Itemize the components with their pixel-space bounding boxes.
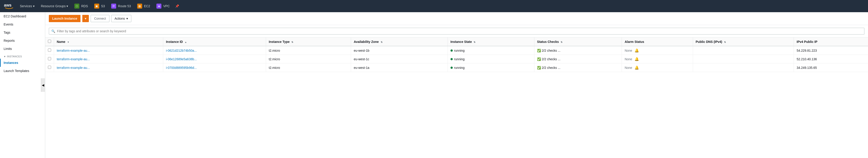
row-checkbox-0[interactable] xyxy=(48,48,51,52)
cell-dns-1 xyxy=(693,55,794,64)
col-header-instance-state[interactable]: Instance State ⇅ xyxy=(447,37,534,46)
sort-icon-instance-type: ⇅ xyxy=(291,41,293,43)
svg-text:aws: aws xyxy=(4,3,11,7)
s3-icon: ▣ xyxy=(94,4,99,9)
sort-icon-az: ⇅ xyxy=(381,41,382,43)
cell-name-1: terraform-example-au... xyxy=(54,55,163,64)
cell-instance-type-2: t2.micro xyxy=(266,64,351,72)
instances-table: Name ▼ Instance ID ▲ Instance Type ⇅ Ava… xyxy=(45,37,868,72)
rds-icon: ⬡ xyxy=(74,4,79,9)
table-row: terraform-example-au... i-0621d212b74b50… xyxy=(45,46,868,55)
col-header-name[interactable]: Name ▼ xyxy=(54,37,163,46)
cell-name-0: terraform-example-au... xyxy=(54,46,163,55)
cell-instance-id-1: i-06e12689e5a638b... xyxy=(163,55,266,64)
table-header-row: Name ▼ Instance ID ▲ Instance Type ⇅ Ava… xyxy=(45,37,868,46)
nav-ec2[interactable]: ▦ EC2 xyxy=(134,2,153,10)
select-all-header[interactable] xyxy=(45,37,54,46)
sort-icon-state: ⇅ xyxy=(473,41,475,43)
cell-instance-id-0: i-0621d212b74b50a... xyxy=(163,46,266,55)
sort-icon-name: ▼ xyxy=(67,41,69,43)
cell-status-0: ✅2/2 checks ... xyxy=(534,46,622,55)
bell-icon-0[interactable]: 🔔 xyxy=(634,48,639,52)
cell-az-2: eu-west-1a xyxy=(351,64,447,72)
row-checkbox-cell[interactable] xyxy=(45,46,54,55)
search-bar: 🔍 xyxy=(45,25,868,37)
nav-services[interactable]: Services ▾ xyxy=(17,2,37,10)
col-header-alarm-status[interactable]: Alarm Status xyxy=(622,37,693,46)
cell-alarm-1: None 🔔 xyxy=(622,55,693,64)
pin-icon[interactable]: 📌 xyxy=(174,2,181,10)
cell-state-0: running xyxy=(447,46,534,55)
row-checkbox-2[interactable] xyxy=(48,66,51,69)
row-checkbox-cell[interactable] xyxy=(45,64,54,72)
search-input[interactable] xyxy=(57,29,862,33)
bell-icon-2[interactable]: 🔔 xyxy=(634,66,639,70)
cell-dns-2 xyxy=(693,64,794,72)
nav-vpc[interactable]: ◈ VPC xyxy=(154,2,173,10)
cell-status-1: ✅2/2 checks ... xyxy=(534,55,622,64)
sort-icon-dns: ⇅ xyxy=(724,41,726,43)
cell-alarm-2: None 🔔 xyxy=(622,64,693,72)
sidebar-item-events[interactable]: Events xyxy=(0,20,45,29)
sidebar-item-ec2-dashboard[interactable]: EC2 Dashboard xyxy=(0,12,45,20)
vpc-icon: ◈ xyxy=(156,4,161,9)
col-header-instance-type[interactable]: Instance Type ⇅ xyxy=(266,37,351,46)
cell-state-1: running xyxy=(447,55,534,64)
sidebar-item-instances[interactable]: Instances xyxy=(0,59,45,67)
section-collapse-icon[interactable]: ▼ xyxy=(4,55,6,58)
cell-dns-0 xyxy=(693,46,794,55)
instances-section-header: ▼ INSTANCES xyxy=(0,53,45,59)
bell-icon-1[interactable]: 🔔 xyxy=(634,57,639,61)
check-icon-2: ✅ xyxy=(537,66,541,70)
main-content: Launch Instance ▾ Connect Actions ▾ 🔍 xyxy=(45,12,868,158)
col-header-public-dns[interactable]: Public DNS (IPv4) ⇅ xyxy=(693,37,794,46)
cell-status-2: ✅2/2 checks ... xyxy=(534,64,622,72)
sidebar-item-launch-templates[interactable]: Launch Templates xyxy=(0,67,45,75)
sidebar: EC2 Dashboard Events Tags Reports Limits… xyxy=(0,12,45,158)
sidebar-item-limits[interactable]: Limits xyxy=(0,45,45,53)
cell-name-2: terraform-example-au... xyxy=(54,64,163,72)
nav-resource-groups[interactable]: Resource Groups ▾ xyxy=(38,2,71,10)
cell-instance-type-1: t2.micro xyxy=(266,55,351,64)
cell-ipv4-1: 52.210.40.136 xyxy=(794,55,868,64)
cell-instance-type-0: t2.micro xyxy=(266,46,351,55)
cell-az-1: eu-west-1c xyxy=(351,55,447,64)
nav-rds[interactable]: ⬡ RDS xyxy=(72,2,91,10)
launch-instance-button[interactable]: Launch Instance xyxy=(49,15,81,22)
col-header-status-checks[interactable]: Status Checks ⇅ xyxy=(534,37,622,46)
route53-icon: ⟳ xyxy=(111,4,116,9)
col-header-instance-id[interactable]: Instance ID ▲ xyxy=(163,37,266,46)
status-dot-0 xyxy=(451,49,453,52)
select-all-checkbox[interactable] xyxy=(48,40,51,43)
cell-ipv4-2: 34.249.135.65 xyxy=(794,64,868,72)
cell-alarm-0: None 🔔 xyxy=(622,46,693,55)
nav-s3[interactable]: ▣ S3 xyxy=(92,2,107,10)
status-dot-2 xyxy=(451,67,453,69)
table-row: terraform-example-au... i-0700d889595b96… xyxy=(45,64,868,72)
connect-button[interactable]: Connect xyxy=(91,15,109,22)
row-checkbox-cell[interactable] xyxy=(45,55,54,64)
instances-table-container: Name ▼ Instance ID ▲ Instance Type ⇅ Ava… xyxy=(45,37,868,72)
check-icon-1: ✅ xyxy=(537,57,541,61)
sort-icon-instance-id: ▲ xyxy=(185,41,187,43)
actions-button[interactable]: Actions ▾ xyxy=(111,15,131,22)
sidebar-item-tags[interactable]: Tags xyxy=(0,29,45,37)
cell-az-0: eu-west-1b xyxy=(351,46,447,55)
sidebar-item-reports[interactable]: Reports xyxy=(0,37,45,45)
row-checkbox-1[interactable] xyxy=(48,57,51,60)
nav-route53[interactable]: ⟳ Route 53 xyxy=(108,2,133,10)
main-layout: EC2 Dashboard Events Tags Reports Limits… xyxy=(0,12,868,158)
table-row: terraform-example-au... i-06e12689e5a638… xyxy=(45,55,868,64)
top-navigation: aws Services ▾ Resource Groups ▾ ⬡ RDS ▣… xyxy=(0,0,868,12)
col-header-availability-zone[interactable]: Availability Zone ⇅ xyxy=(351,37,447,46)
col-header-ipv4[interactable]: IPv4 Public IP xyxy=(794,37,868,46)
toolbar: Launch Instance ▾ Connect Actions ▾ xyxy=(45,12,868,25)
cell-instance-id-2: i-0700d889595b96d... xyxy=(163,64,266,72)
launch-instance-dropdown-button[interactable]: ▾ xyxy=(82,15,89,22)
search-input-wrapper[interactable]: 🔍 xyxy=(49,28,864,35)
status-dot-1 xyxy=(451,58,453,60)
cell-ipv4-0: 54.229.81.223 xyxy=(794,46,868,55)
ec2-icon: ▦ xyxy=(137,4,142,9)
sidebar-scroll-handle[interactable]: ◀ xyxy=(41,78,45,92)
aws-logo[interactable]: aws xyxy=(4,2,14,10)
